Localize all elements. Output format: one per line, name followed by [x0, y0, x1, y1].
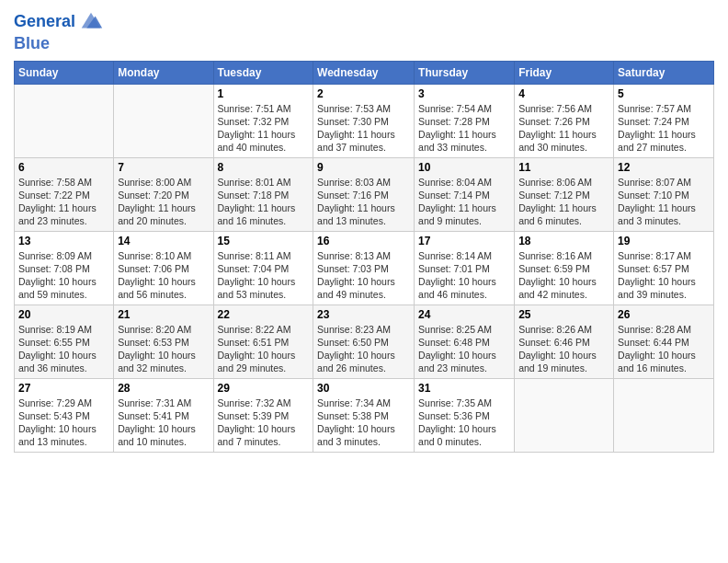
day-info: Sunrise: 8:06 AMSunset: 7:12 PMDaylight:…	[518, 176, 609, 228]
calendar-cell: 22Sunrise: 8:22 AMSunset: 6:51 PMDayligh…	[213, 304, 313, 378]
day-number: 1	[218, 87, 310, 100]
calendar-cell: 8Sunrise: 8:01 AMSunset: 7:18 PMDaylight…	[213, 157, 313, 231]
day-number: 9	[317, 161, 410, 174]
calendar-cell	[614, 378, 714, 452]
weekday-header-saturday: Saturday	[614, 61, 714, 84]
page-header: General Blue	[14, 9, 714, 53]
calendar-week-2: 6Sunrise: 7:58 AMSunset: 7:22 PMDaylight…	[15, 157, 714, 231]
day-number: 29	[218, 382, 310, 395]
weekday-header-thursday: Thursday	[415, 61, 515, 84]
day-info: Sunrise: 8:01 AMSunset: 7:18 PMDaylight:…	[218, 176, 310, 228]
day-number: 15	[218, 235, 310, 247]
calendar-week-1: 1Sunrise: 7:51 AMSunset: 7:32 PMDaylight…	[15, 84, 714, 157]
day-info: Sunrise: 8:28 AMSunset: 6:44 PMDaylight:…	[618, 323, 710, 375]
day-number: 30	[317, 382, 410, 395]
day-number: 31	[418, 382, 510, 395]
weekday-header-tuesday: Tuesday	[213, 61, 313, 84]
day-info: Sunrise: 7:29 AMSunset: 5:43 PMDaylight:…	[18, 396, 109, 449]
page-container: General Blue SundayMondayTuesdayWednesda…	[0, 0, 728, 462]
day-info: Sunrise: 8:07 AMSunset: 7:10 PMDaylight:…	[618, 176, 710, 228]
calendar-cell: 15Sunrise: 8:11 AMSunset: 7:04 PMDayligh…	[213, 231, 313, 304]
calendar-cell	[15, 84, 114, 157]
calendar-cell: 25Sunrise: 8:26 AMSunset: 6:46 PMDayligh…	[515, 304, 614, 378]
calendar-cell: 14Sunrise: 8:10 AMSunset: 7:06 PMDayligh…	[114, 231, 213, 304]
day-info: Sunrise: 8:26 AMSunset: 6:46 PMDaylight:…	[518, 323, 609, 375]
day-number: 7	[118, 161, 209, 174]
calendar-cell: 17Sunrise: 8:14 AMSunset: 7:01 PMDayligh…	[415, 231, 515, 304]
calendar-week-3: 13Sunrise: 8:09 AMSunset: 7:08 PMDayligh…	[15, 231, 714, 304]
logo-blue-text: Blue	[14, 35, 50, 53]
calendar-cell: 18Sunrise: 8:16 AMSunset: 6:59 PMDayligh…	[515, 231, 614, 304]
day-info: Sunrise: 8:09 AMSunset: 7:08 PMDaylight:…	[18, 249, 109, 302]
day-number: 28	[118, 382, 209, 395]
calendar-table: SundayMondayTuesdayWednesdayThursdayFrid…	[14, 61, 714, 453]
calendar-cell: 4Sunrise: 7:56 AMSunset: 7:26 PMDaylight…	[515, 84, 614, 157]
day-info: Sunrise: 8:03 AMSunset: 7:16 PMDaylight:…	[317, 176, 410, 228]
weekday-header-friday: Friday	[515, 61, 614, 84]
day-info: Sunrise: 7:54 AMSunset: 7:28 PMDaylight:…	[418, 102, 510, 155]
weekday-header-monday: Monday	[114, 61, 213, 84]
weekday-header-wednesday: Wednesday	[313, 61, 415, 84]
day-info: Sunrise: 8:04 AMSunset: 7:14 PMDaylight:…	[418, 176, 510, 228]
day-info: Sunrise: 8:22 AMSunset: 6:51 PMDaylight:…	[218, 323, 310, 375]
day-number: 5	[618, 87, 710, 100]
calendar-cell: 31Sunrise: 7:35 AMSunset: 5:36 PMDayligh…	[415, 378, 515, 452]
calendar-cell: 6Sunrise: 7:58 AMSunset: 7:22 PMDaylight…	[15, 157, 114, 231]
calendar-cell: 27Sunrise: 7:29 AMSunset: 5:43 PMDayligh…	[15, 378, 114, 452]
day-info: Sunrise: 7:34 AMSunset: 5:38 PMDaylight:…	[317, 396, 410, 449]
day-info: Sunrise: 8:11 AMSunset: 7:04 PMDaylight:…	[218, 249, 310, 302]
calendar-cell: 29Sunrise: 7:32 AMSunset: 5:39 PMDayligh…	[213, 378, 313, 452]
day-info: Sunrise: 7:56 AMSunset: 7:26 PMDaylight:…	[518, 102, 609, 155]
calendar-week-5: 27Sunrise: 7:29 AMSunset: 5:43 PMDayligh…	[15, 378, 714, 452]
day-number: 8	[218, 161, 310, 174]
calendar-cell: 19Sunrise: 8:17 AMSunset: 6:57 PMDayligh…	[614, 231, 714, 304]
day-number: 27	[18, 382, 109, 395]
day-number: 23	[317, 308, 410, 321]
day-number: 12	[618, 161, 710, 174]
calendar-cell: 13Sunrise: 8:09 AMSunset: 7:08 PMDayligh…	[15, 231, 114, 304]
day-number: 19	[618, 235, 710, 247]
calendar-cell: 3Sunrise: 7:54 AMSunset: 7:28 PMDaylight…	[415, 84, 515, 157]
calendar-cell: 30Sunrise: 7:34 AMSunset: 5:38 PMDayligh…	[313, 378, 415, 452]
day-number: 25	[518, 308, 609, 321]
calendar-cell: 26Sunrise: 8:28 AMSunset: 6:44 PMDayligh…	[614, 304, 714, 378]
day-number: 26	[618, 308, 710, 321]
day-number: 17	[418, 235, 510, 247]
day-number: 21	[118, 308, 209, 321]
calendar-cell: 23Sunrise: 8:23 AMSunset: 6:50 PMDayligh…	[313, 304, 415, 378]
day-number: 20	[18, 308, 109, 321]
day-info: Sunrise: 7:57 AMSunset: 7:24 PMDaylight:…	[618, 102, 710, 155]
day-number: 22	[218, 308, 310, 321]
day-number: 14	[118, 235, 209, 247]
logo-text: General	[14, 13, 75, 31]
day-info: Sunrise: 7:58 AMSunset: 7:22 PMDaylight:…	[18, 176, 109, 228]
calendar-cell	[515, 378, 614, 452]
calendar-cell: 20Sunrise: 8:19 AMSunset: 6:55 PMDayligh…	[15, 304, 114, 378]
day-info: Sunrise: 8:23 AMSunset: 6:50 PMDaylight:…	[317, 323, 410, 375]
day-info: Sunrise: 8:14 AMSunset: 7:01 PMDaylight:…	[418, 249, 510, 302]
day-number: 6	[18, 161, 109, 174]
logo-icon	[78, 9, 104, 35]
day-number: 3	[418, 87, 510, 100]
weekday-header-row: SundayMondayTuesdayWednesdayThursdayFrid…	[15, 61, 714, 84]
day-number: 16	[317, 235, 410, 247]
day-info: Sunrise: 8:16 AMSunset: 6:59 PMDaylight:…	[518, 249, 609, 302]
day-number: 4	[518, 87, 609, 100]
calendar-cell: 24Sunrise: 8:25 AMSunset: 6:48 PMDayligh…	[415, 304, 515, 378]
day-number: 18	[518, 235, 609, 247]
calendar-cell	[114, 84, 213, 157]
day-info: Sunrise: 7:53 AMSunset: 7:30 PMDaylight:…	[317, 102, 410, 155]
calendar-cell: 21Sunrise: 8:20 AMSunset: 6:53 PMDayligh…	[114, 304, 213, 378]
day-number: 2	[317, 87, 410, 100]
calendar-cell: 16Sunrise: 8:13 AMSunset: 7:03 PMDayligh…	[313, 231, 415, 304]
calendar-cell: 12Sunrise: 8:07 AMSunset: 7:10 PMDayligh…	[614, 157, 714, 231]
day-info: Sunrise: 8:00 AMSunset: 7:20 PMDaylight:…	[118, 176, 209, 228]
calendar-week-4: 20Sunrise: 8:19 AMSunset: 6:55 PMDayligh…	[15, 304, 714, 378]
day-info: Sunrise: 8:19 AMSunset: 6:55 PMDaylight:…	[18, 323, 109, 375]
day-info: Sunrise: 7:35 AMSunset: 5:36 PMDaylight:…	[418, 396, 510, 449]
weekday-header-sunday: Sunday	[15, 61, 114, 84]
calendar-cell: 2Sunrise: 7:53 AMSunset: 7:30 PMDaylight…	[313, 84, 415, 157]
day-info: Sunrise: 8:17 AMSunset: 6:57 PMDaylight:…	[618, 249, 710, 302]
day-number: 11	[518, 161, 609, 174]
calendar-cell: 11Sunrise: 8:06 AMSunset: 7:12 PMDayligh…	[515, 157, 614, 231]
